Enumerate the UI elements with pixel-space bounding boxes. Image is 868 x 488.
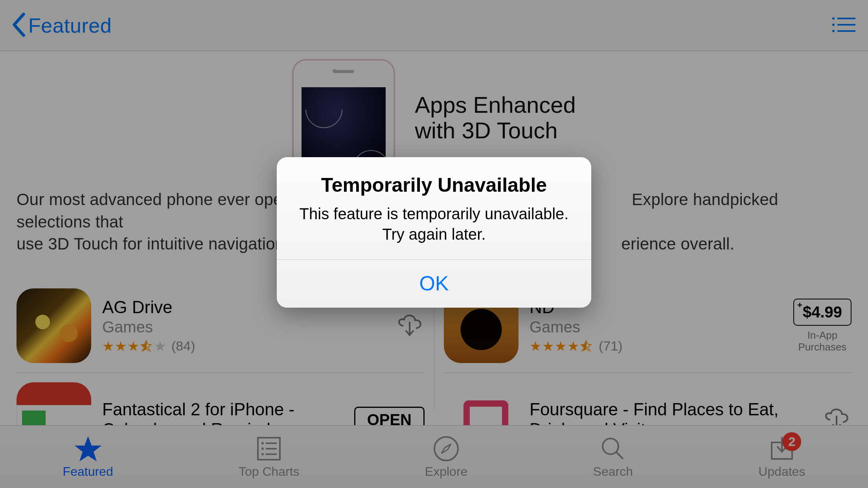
alert-message: This feature is temporarily unavailable.… [292,204,576,244]
alert-ok-button[interactable]: OK [277,260,591,308]
alert-title: Temporarily Unavailable [292,174,576,196]
alert-dialog: Temporarily Unavailable This feature is … [277,157,591,308]
